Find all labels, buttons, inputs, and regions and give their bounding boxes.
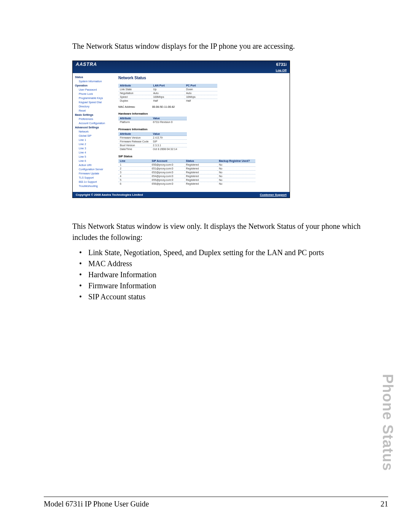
cell: 6 [118, 182, 150, 186]
sidebar-group: Status [75, 75, 115, 79]
table-row: 5655@proxy.com:0RegisteredNo [118, 178, 255, 182]
cell: Registered [185, 171, 218, 174]
sidebar-item[interactable]: Troubleshooting [75, 184, 115, 188]
sidebar-item[interactable]: System Information [75, 79, 115, 83]
cell: Registered [185, 182, 218, 186]
sidebar-item[interactable]: Directory [75, 104, 115, 109]
col-header: Value [151, 117, 187, 120]
cell: Negotiation [118, 91, 151, 95]
sidebar-group: Operation [75, 83, 115, 88]
hw-section-title: Hardware Information [118, 112, 287, 115]
network-table: AttributeLAN PortPC PortLink StateUpDown… [118, 84, 217, 102]
sidebar-item[interactable]: Global SIP [75, 134, 115, 138]
cell: Link State [118, 88, 151, 91]
cell: 650@proxy.com:0 [150, 163, 185, 167]
bullet-list: Link State, Negotiation, Speed, and Dupl… [79, 248, 367, 301]
col-header: Status [185, 159, 218, 163]
sidebar-item[interactable]: Keypad Speed Dial [75, 100, 115, 104]
list-item: SIP Account status [79, 292, 367, 301]
sidebar-item[interactable]: Firmware Update [75, 171, 115, 176]
app-header: AASTRA 6731i Log Off [73, 61, 290, 73]
footer-rule [44, 497, 388, 497]
list-item: Firmware Information [79, 281, 367, 290]
cell: SIP [151, 140, 187, 144]
list-item: MAC Address [79, 259, 367, 268]
table-row: Firmware Release CodeSIP [118, 140, 187, 144]
cell: No [217, 163, 255, 167]
cell: Registered [185, 163, 218, 167]
sidebar-item[interactable]: Account Configuration [75, 121, 115, 125]
page-footer: Model 6731i IP Phone User Guide 21 [44, 500, 388, 508]
table-row: NegotiationAutoAuto [118, 91, 217, 95]
copyright-text: Copyright © 2008 Aastra Technologies Lim… [76, 193, 143, 197]
sidebar-item[interactable]: TLS Support [75, 176, 115, 180]
section-side-title: Phone Status [379, 374, 396, 471]
sidebar-item[interactable]: Network [75, 129, 115, 134]
table-row: Boot Version2.3.3.1 [118, 144, 187, 147]
cell: Registered [185, 174, 218, 178]
cell: No [217, 167, 255, 171]
cell: Duplex [118, 99, 151, 103]
model-label: 6731i [276, 62, 287, 67]
table-row: 1650@proxy.com:0RegisteredNo [118, 163, 255, 167]
list-item: Hardware Information [79, 270, 367, 279]
mac-value: 00-08-5D-11-00-82 [152, 105, 175, 108]
cell: 651@proxy.com:0 [150, 167, 185, 171]
sidebar-group: Advanced Settings [75, 125, 115, 129]
col-header: Line [118, 159, 150, 163]
col-header: Attribute [118, 132, 151, 136]
cell: 10Mbps [185, 95, 217, 99]
table-row: Link StateUpDown [118, 88, 217, 91]
hardware-table: AttributeValuePlatform6731i Revision 0 [118, 117, 187, 124]
col-header: PC Port [185, 84, 217, 88]
cell: No [217, 171, 255, 174]
table-row: Speed100Mbps10Mbps [118, 95, 217, 99]
sidebar-item[interactable]: Line 1 [75, 138, 115, 142]
cell: Platform [118, 120, 151, 124]
cell: Speed [118, 95, 151, 99]
col-header: SIP Account [150, 159, 185, 163]
cell: 1 [118, 163, 150, 167]
cell: 100Mbps [151, 95, 185, 99]
sidebar-item[interactable]: User Password [75, 88, 115, 92]
list-item: Link State, Negotiation, Speed, and Dupl… [79, 248, 367, 257]
sidebar-item[interactable]: Reset [75, 109, 115, 113]
sidebar-item[interactable]: Line 4 [75, 150, 115, 155]
sidebar-item[interactable]: Line 5 [75, 155, 115, 159]
cell: 655@proxy.com:0 [150, 178, 185, 182]
col-header: Attribute [118, 84, 151, 88]
cell: Down [185, 88, 217, 91]
logoff-link[interactable]: Log Off [276, 69, 287, 72]
cell: 652@proxy.com:0 [150, 171, 185, 174]
intro-text: The Network Status window displays for t… [72, 42, 367, 51]
col-header: LAN Port [151, 84, 185, 88]
fw-section-title: Firmware Information [118, 128, 287, 131]
cell: 4 [118, 174, 150, 178]
sidebar-item[interactable]: 802.1x Support [75, 180, 115, 184]
sidebar-item[interactable]: Preferences [75, 117, 115, 121]
firmware-table: AttributeValueFirmware Version2.4.0.79Fi… [118, 132, 187, 151]
sidebar-item[interactable]: Phone Lock [75, 92, 115, 96]
cell: 656@proxy.com:0 [150, 182, 185, 186]
table-row: Date/TimeOct 8 2008 04:32:14 [118, 147, 187, 151]
table-row: 4654@proxy.com:0RegisteredNo [118, 174, 255, 178]
customer-support-link[interactable]: Customer Support [260, 193, 287, 197]
cell: 2.4.0.79 [151, 136, 187, 140]
sidebar-item[interactable]: Line 2 [75, 142, 115, 146]
cell: 2.3.3.1 [151, 144, 187, 147]
sidebar-item[interactable]: Line 3 [75, 146, 115, 150]
table-row: 6656@proxy.com:0RegisteredNo [118, 182, 255, 186]
footer-left: Model 6731i IP Phone User Guide [44, 500, 149, 508]
sidebar-item[interactable]: Action URI [75, 163, 115, 167]
cell: 6731i Revision 0 [151, 120, 187, 124]
sidebar-item[interactable]: Line 6 [75, 159, 115, 163]
cell: 3 [118, 171, 150, 174]
screenshot-frame: AASTRA 6731i Log Off StatusSystem Inform… [72, 61, 290, 198]
after-intro: This Network Status window is view only.… [72, 221, 367, 243]
cell: Half [151, 99, 185, 103]
cell: Oct 8 2008 04:32:14 [151, 147, 187, 151]
sidebar-item[interactable]: Programmable Keys [75, 96, 115, 100]
sidebar-item[interactable]: Configuration Server [75, 167, 115, 171]
table-row: 3652@proxy.com:0RegisteredNo [118, 171, 255, 174]
page-title: Network Status [118, 76, 287, 80]
